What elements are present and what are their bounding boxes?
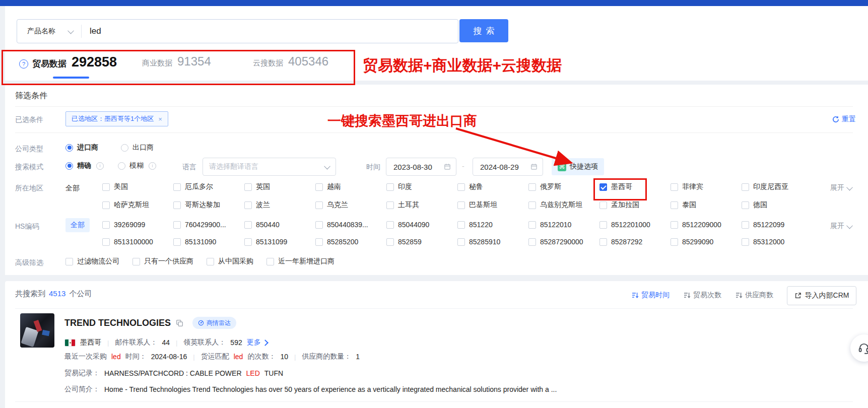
hs-code-checkbox[interactable]: 851220 (457, 221, 528, 229)
selected-region-tag[interactable]: 已选地区：墨西哥等1个地区 × (65, 111, 168, 126)
hs-code-checkbox[interactable]: 85044090 (386, 221, 457, 229)
help-question-icon[interactable]: ? (19, 59, 28, 69)
tab-business-data[interactable]: 商业数据 91354 (142, 54, 211, 69)
hs-all-option[interactable]: 全部 (65, 218, 90, 232)
search-button[interactable]: 搜索 (459, 19, 508, 42)
hs-code-checkbox[interactable]: 85299090 (671, 238, 742, 246)
business-radar-badge[interactable]: 商情雷达 (192, 317, 236, 329)
hs-code-checkbox[interactable]: 85131099 (244, 238, 315, 246)
checkbox-icon[interactable] (244, 201, 252, 209)
hs-code-checkbox[interactable]: 850440 (244, 221, 315, 229)
language-select[interactable]: 请选择翻译语言 (203, 158, 336, 176)
region-checkbox[interactable]: 德国 (742, 200, 813, 210)
region-checkbox[interactable]: 乌克兰 (315, 200, 386, 210)
region-checkbox[interactable]: 美国 (102, 182, 173, 191)
checkbox-icon[interactable] (244, 183, 252, 191)
checkbox-icon[interactable] (207, 258, 214, 265)
advanced-filter-checkbox[interactable]: 过滤物流公司 (65, 257, 119, 266)
checkbox-icon[interactable] (742, 238, 749, 246)
radio-fuzzy-mode[interactable]: 模糊 i (118, 161, 156, 170)
checkbox-icon[interactable] (599, 221, 607, 229)
checkbox-icon[interactable] (528, 238, 536, 246)
checkbox-icon[interactable] (173, 183, 181, 191)
hs-code-checkbox[interactable]: 85122099 (742, 221, 813, 229)
checkbox-icon[interactable] (102, 201, 110, 209)
region-checkbox[interactable]: 哈萨克斯坦 (102, 200, 173, 210)
checkbox-icon[interactable] (528, 183, 536, 191)
copy-icon[interactable] (176, 319, 183, 327)
checkbox-icon[interactable] (599, 238, 607, 246)
reset-button[interactable]: 重置 (832, 115, 856, 124)
checkbox-icon[interactable] (102, 221, 110, 229)
hs-code-checkbox[interactable]: 85312000 (742, 238, 813, 246)
region-checkbox[interactable]: 哥斯达黎加 (173, 200, 244, 210)
hs-code-checkbox[interactable]: 852859 (386, 238, 457, 246)
checkbox-icon[interactable] (742, 221, 749, 229)
date-to-input[interactable]: 2024-08-29 (473, 158, 543, 176)
tab-trade-data[interactable]: 贸易数据 292858 (32, 54, 117, 70)
more-link[interactable]: 更多 (247, 338, 268, 347)
region-checkbox[interactable]: 泰国 (671, 200, 742, 210)
hs-code-checkbox[interactable]: 85131090 (173, 238, 244, 246)
info-icon[interactable]: i (149, 162, 156, 170)
checkbox-icon[interactable] (457, 238, 465, 246)
checkbox-icon[interactable] (102, 183, 110, 191)
checkbox-icon[interactable] (599, 201, 607, 209)
checkbox-icon[interactable] (102, 238, 110, 246)
region-all-option[interactable]: 全部 (65, 184, 80, 193)
search-input[interactable] (82, 26, 458, 36)
checkbox-icon[interactable] (244, 238, 252, 246)
region-checkbox[interactable]: 印度尼西亚 (742, 182, 813, 191)
region-checkbox[interactable]: 乌兹别克斯坦 (528, 200, 599, 210)
radio-exporter[interactable]: 出口商 (121, 143, 154, 152)
hs-code-checkbox[interactable]: 8512201000 (599, 221, 671, 229)
quick-options-button[interactable]: ⌘ 快捷选项 (552, 158, 604, 175)
hs-code-checkbox[interactable]: 8512209000 (671, 221, 742, 229)
advanced-filter-checkbox[interactable]: 近一年新增进口商 (266, 257, 335, 266)
region-checkbox[interactable]: 土耳其 (386, 200, 457, 210)
date-from-input[interactable]: 2023-08-30 (386, 158, 456, 176)
checkbox-icon[interactable] (386, 201, 394, 209)
region-checkbox[interactable]: 菲律宾 (671, 182, 742, 191)
checkbox-checked-icon[interactable] (599, 183, 607, 191)
region-checkbox[interactable]: 孟加拉国 (599, 200, 671, 210)
checkbox-icon[interactable] (315, 238, 323, 246)
hs-code-checkbox[interactable]: 85122010 (528, 221, 599, 229)
info-icon[interactable]: i (96, 162, 104, 170)
checkbox-icon[interactable] (528, 201, 536, 209)
tab-cloud-data[interactable]: 云搜数据 405346 (253, 54, 328, 69)
company-thumbnail[interactable] (20, 313, 54, 348)
search-category-select[interactable]: 产品名称 (17, 27, 81, 36)
hs-code-checkbox[interactable]: 760429900... (173, 221, 244, 229)
checkbox-icon[interactable] (386, 183, 394, 191)
sort-trade-count[interactable]: 贸易次数 (684, 291, 721, 300)
region-checkbox[interactable]: 波兰 (244, 200, 315, 210)
region-checkbox[interactable]: 越南 (315, 182, 386, 191)
checkbox-icon[interactable] (173, 221, 181, 229)
hs-code-checkbox[interactable]: 85285200 (315, 238, 386, 246)
checkbox-icon[interactable] (528, 221, 536, 229)
checkbox-icon[interactable] (244, 221, 252, 229)
checkbox-icon[interactable] (315, 221, 323, 229)
advanced-filter-checkbox[interactable]: 只有一个供应商 (132, 257, 193, 266)
company-name[interactable]: TREND TECHNOLOGIES (64, 318, 171, 328)
hs-code-checkbox[interactable]: 85287292 (599, 238, 671, 246)
checkbox-icon[interactable] (132, 258, 140, 265)
checkbox-icon[interactable] (671, 183, 678, 191)
region-expand-button[interactable]: 展开 (830, 183, 852, 192)
checkbox-icon[interactable] (742, 201, 749, 209)
close-icon[interactable]: × (158, 115, 162, 123)
checkbox-icon[interactable] (457, 183, 465, 191)
region-checkbox[interactable]: 俄罗斯 (528, 182, 599, 191)
checkbox-icon[interactable] (386, 238, 394, 246)
checkbox-icon[interactable] (742, 183, 749, 191)
region-checkbox[interactable]: 秘鲁 (457, 182, 528, 191)
checkbox-icon[interactable] (457, 201, 465, 209)
advanced-filter-checkbox[interactable]: 从中国采购 (207, 257, 253, 266)
checkbox-icon[interactable] (173, 201, 181, 209)
sort-supplier-count[interactable]: 供应商数 (736, 291, 773, 300)
hs-code-checkbox[interactable]: 850440839... (315, 221, 386, 229)
region-checkbox[interactable]: 印度 (386, 182, 457, 191)
region-checkbox[interactable]: 墨西哥 (599, 182, 671, 191)
radio-importer[interactable]: 进口商 (65, 143, 98, 152)
